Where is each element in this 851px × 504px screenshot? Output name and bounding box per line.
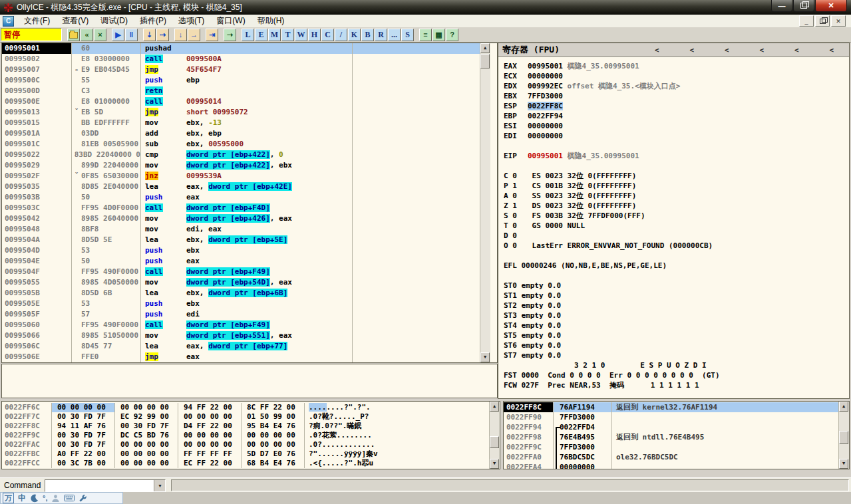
register-line[interactable]: O 0 LastErr ERROR_ENVVAR_NOT_FOUND (0000… bbox=[498, 241, 849, 251]
stack-row[interactable]: 0022FF9876E4B495返回到 ntdll.76E4B495 bbox=[504, 432, 849, 442]
soft-keyboard-icon[interactable] bbox=[64, 494, 75, 502]
menu-item-6[interactable]: 帮助(H) bbox=[252, 15, 291, 27]
disasm-row[interactable]: 0099503B50pusheax bbox=[2, 192, 480, 203]
stack-row[interactable]: 0022FF8C76AF1194返回到 kernel32.76AF1194 bbox=[504, 402, 849, 412]
punctuation-icon[interactable]: °, bbox=[43, 494, 47, 502]
menu-item-3[interactable]: 插件(P) bbox=[134, 15, 172, 27]
restore-button[interactable] bbox=[793, 0, 814, 12]
menu-item-5[interactable]: 窗口(W) bbox=[210, 15, 251, 27]
register-line[interactable]: ST5 empty 0.0 bbox=[498, 330, 849, 340]
register-line[interactable]: P 1 CS 001B 32位 0(FFFFFFFF) bbox=[498, 181, 849, 191]
disasm-scroll-thumb[interactable] bbox=[480, 54, 490, 68]
memory-dump-pane[interactable]: 0022FF6C00 00 00 0000 00 00 0094 FF 22 0… bbox=[1, 401, 500, 469]
open-file-button[interactable] bbox=[67, 29, 80, 41]
disasm-row[interactable]: 0099501A03DDaddebx, ebp bbox=[2, 128, 480, 139]
stack-row[interactable]: 0022FF907FFD3000 bbox=[504, 412, 849, 422]
disasm-row[interactable]: 0099500C55pushebp bbox=[2, 75, 480, 86]
disasm-row[interactable]: 00995002E8 03000000call0099500A bbox=[2, 54, 480, 64]
toolbar-letter-r[interactable]: R bbox=[375, 29, 387, 41]
register-line[interactable]: T 0 GS 0000 NULL bbox=[498, 221, 849, 231]
disasm-row[interactable]: 0099502Fˇ0F85 65030000jnz0099539A bbox=[2, 171, 480, 182]
disassembly-pane[interactable]: 0099500160pushad00995002E8 03000000call0… bbox=[1, 43, 498, 363]
close-program-button[interactable]: × bbox=[94, 29, 106, 41]
register-line[interactable]: EFL 00000246 (NO,NB,E,BE,NS,PE,GE,LE) bbox=[498, 261, 849, 271]
step-over-button[interactable]: ⇢ bbox=[156, 29, 169, 41]
header-chevron-icon[interactable]: < bbox=[829, 46, 834, 55]
disasm-row[interactable]: 0099505F57pushedi bbox=[2, 309, 480, 320]
register-line[interactable]: ESP0022FF8C bbox=[498, 101, 849, 111]
disasm-row[interactable]: 00995007-E9 EB045D45jmp45F654F7 bbox=[2, 64, 480, 75]
disasm-row[interactable]: 0099501C81EB 00505900subebx, 00595000 bbox=[2, 139, 480, 150]
toolbar-letter-e[interactable]: E bbox=[255, 29, 267, 41]
disasm-row[interactable]: 009950558985 4D050000movdword ptr [ebp+5… bbox=[2, 277, 480, 288]
close-button[interactable]: ✕ bbox=[815, 0, 847, 12]
disasm-row[interactable]: 00995015BB EDFFFFFFmovebx, -13 bbox=[2, 118, 480, 128]
menu-item-1[interactable]: 查看(V) bbox=[56, 15, 94, 27]
toolbar-letter-h[interactable]: H bbox=[308, 29, 321, 41]
combo-dropdown-icon[interactable]: ▼ bbox=[154, 480, 165, 491]
stack-row[interactable]: 0022FFA076BDC5DCole32.76BDC5DC bbox=[504, 452, 849, 462]
dump-row[interactable]: 0022FF6C00 00 00 0000 00 00 0094 FF 22 0… bbox=[2, 403, 500, 412]
help-button[interactable]: ? bbox=[446, 29, 458, 41]
chinese-mode-icon[interactable]: 中 bbox=[18, 493, 26, 504]
toolbar-letter-l[interactable]: L bbox=[242, 29, 254, 41]
windows-list-button[interactable]: ▦ bbox=[432, 29, 445, 41]
register-line[interactable]: EBX7FFD3000 bbox=[498, 91, 849, 101]
command-input[interactable] bbox=[45, 480, 154, 491]
register-line[interactable]: ECX00000000 bbox=[498, 71, 849, 81]
command-combobox[interactable]: ▼ bbox=[45, 479, 166, 492]
disasm-row[interactable]: 009950358D85 2E040000leaeax, dword ptr [… bbox=[2, 182, 480, 192]
menu-item-2[interactable]: 调试(D) bbox=[94, 15, 134, 27]
goto-button[interactable]: ➝ bbox=[224, 29, 236, 41]
dump-row[interactable]: 0022FFCC00 3C 7B 0000 00 00 00EC FF 22 0… bbox=[2, 459, 500, 468]
toolbar-letter-k[interactable]: K bbox=[348, 29, 361, 41]
person-icon[interactable] bbox=[51, 494, 60, 503]
toolbar-letter-m[interactable]: M bbox=[268, 29, 281, 41]
toolbar-letter-more[interactable]: ... bbox=[388, 29, 401, 41]
toolbar-letter-c[interactable]: C bbox=[321, 29, 334, 41]
register-line[interactable]: A 0 SS 0023 32位 0(FFFFFFFF) bbox=[498, 191, 849, 201]
disasm-row[interactable]: 0099503CFF95 4D0F0000calldword ptr [ebp+… bbox=[2, 203, 480, 213]
register-line[interactable]: FCW 027F Prec NEAR,53 掩码 1 1 1 1 1 1 bbox=[498, 380, 849, 390]
until-return-button[interactable]: ⇥ bbox=[206, 29, 218, 41]
register-line[interactable]: EDI00000000 bbox=[498, 131, 849, 141]
dump-row[interactable]: 0022FFAC00 30 FD 7F00 00 00 0000 00 00 0… bbox=[2, 440, 500, 449]
header-chevron-icon[interactable]: < bbox=[655, 46, 659, 55]
disasm-scrollbar[interactable]: ▲ ▼ bbox=[480, 43, 490, 362]
disasm-row[interactable]: 0099504E50pusheax bbox=[2, 256, 480, 267]
register-line[interactable]: ST2 empty 0.0 bbox=[498, 301, 849, 311]
disasm-row[interactable]: 0099500EE8 01000000call00995014 bbox=[2, 96, 480, 107]
register-line[interactable]: EDX009992EC offset 棋隐4_35.<模块入口点> bbox=[498, 81, 849, 91]
disasm-row[interactable]: 00995029899D 22040000movdword ptr [ebp+4… bbox=[2, 160, 480, 171]
toolbar-letter-s[interactable]: S bbox=[401, 29, 414, 41]
blank-line[interactable] bbox=[498, 161, 849, 171]
scroll-up-icon[interactable]: ▲ bbox=[839, 402, 848, 412]
disasm-row[interactable]: 0099500160pushad bbox=[2, 43, 480, 54]
scroll-down-icon[interactable]: ▼ bbox=[480, 352, 490, 362]
scroll-down-icon[interactable]: ▼ bbox=[490, 459, 499, 469]
restart-button[interactable]: « bbox=[81, 29, 93, 41]
stack-scroll-thumb[interactable] bbox=[839, 431, 848, 444]
toolbar-letter-w[interactable]: W bbox=[295, 29, 307, 41]
dump-scroll-thumb[interactable] bbox=[490, 436, 499, 448]
disasm-row[interactable]: 009950668985 51050000movdword ptr [ebp+5… bbox=[2, 330, 480, 341]
register-line[interactable]: C 0 ES 0023 32位 0(FFFFFFFF) bbox=[498, 171, 849, 181]
toolbar-letter-b[interactable]: B bbox=[361, 29, 374, 41]
pause-button[interactable]: ‖ bbox=[125, 29, 138, 41]
scroll-down-icon[interactable]: ▼ bbox=[839, 459, 848, 469]
log-window-button[interactable]: ≡ bbox=[419, 29, 432, 41]
animate-over-button[interactable]: → bbox=[188, 29, 200, 41]
disasm-row[interactable]: 0099500DC3retn bbox=[2, 86, 480, 96]
register-line[interactable]: ST3 empty 0.0 bbox=[498, 311, 849, 320]
toolbar-letter-/[interactable]: / bbox=[335, 29, 347, 41]
disasm-row[interactable]: 0099505E53pushebx bbox=[2, 299, 480, 309]
dump-row[interactable]: 0022FF7C00 30 FD 7FEC 92 99 0000 00 00 0… bbox=[2, 412, 500, 422]
mdi-minimize-button[interactable]: _ bbox=[799, 15, 814, 27]
minimize-button[interactable]: — bbox=[771, 0, 792, 12]
register-line[interactable]: EAX00995001 棋隐4_35.00995001 bbox=[498, 61, 849, 71]
step-into-button[interactable]: ⇣ bbox=[143, 29, 156, 41]
registers-pane[interactable]: 寄存器 (FPU) <<<<<< EAX00995001 棋隐4_35.0099… bbox=[498, 43, 850, 399]
stack-row[interactable]: 0022FFA400000000 bbox=[504, 462, 849, 469]
wubi-indicator-icon[interactable]: 万 bbox=[3, 493, 14, 503]
header-chevron-icon[interactable]: < bbox=[689, 46, 694, 55]
